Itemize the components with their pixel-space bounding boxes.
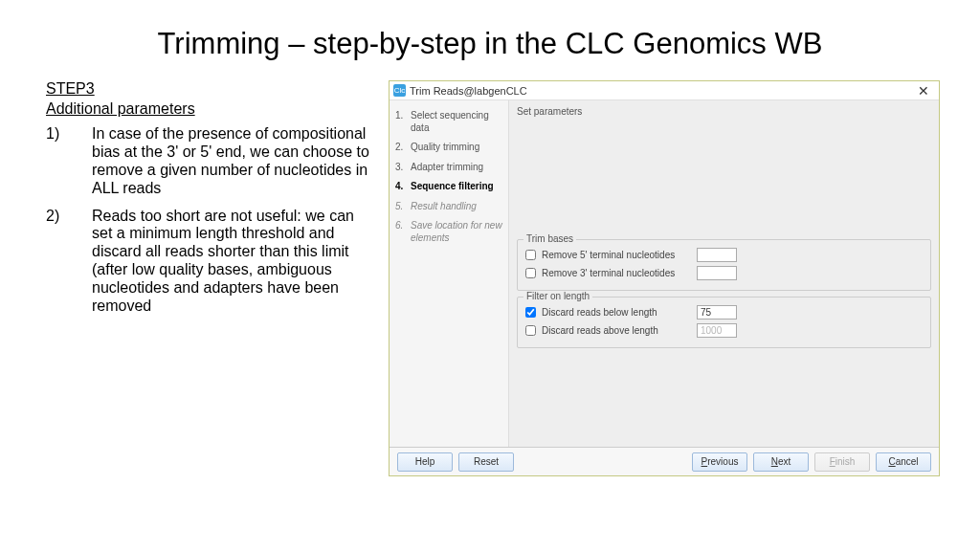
trim-bases-legend: Trim bases [523,233,576,244]
panel-header: Set parameters [509,100,939,122]
discard-below-row: Discard reads below length [525,303,923,321]
discard-below-checkbox[interactable] [525,307,536,318]
list-text: Reads too short are not useful: we can s… [92,208,371,316]
remove-5-checkbox[interactable] [525,250,536,260]
discard-above-checkbox[interactable] [525,325,536,336]
trim-bases-fieldset: Trim bases Remove 5' terminal nucleotide… [517,239,931,291]
next-button[interactable]: Next [753,452,809,472]
wizard-step-5[interactable]: 5.Result handling [395,197,502,217]
filter-length-fieldset: Filter on length Discard reads below len… [517,297,931,348]
remove-5-input[interactable] [697,248,737,262]
close-icon[interactable]: ✕ [912,84,935,98]
dialog-body: 1.Select sequencing data 2.Quality trimm… [390,100,939,447]
reset-button[interactable]: Reset [458,452,514,472]
wizard-steps: 1.Select sequencing data 2.Quality trimm… [390,100,509,447]
help-button[interactable]: Help [397,452,453,472]
list-text: In case of the presence of compositional… [92,125,371,198]
remove-5-label: Remove 5' terminal nucleotides [542,250,693,260]
discard-below-input[interactable] [697,305,737,320]
dialog-titlebar[interactable]: Clc Trim Reads@labgenCLC ✕ [390,81,939,100]
wizard-step-6[interactable]: 6.Save location for new elements [395,216,502,248]
list-item: 1) In case of the presence of compositio… [46,125,371,198]
content-row: STEP3 Additional parameters 1) In case o… [0,80,980,476]
remove-3-row: Remove 3' terminal nucleotides [525,264,923,282]
app-icon: Clc [393,84,406,97]
remove-3-checkbox[interactable] [525,268,536,278]
panel-spacer [509,122,939,233]
slide-title: Trimming – step-by-step in the CLC Genom… [0,0,980,80]
discard-above-input[interactable] [697,323,737,338]
instructions-column: STEP3 Additional parameters 1) In case o… [46,80,371,476]
dialog-title: Trim Reads@labgenCLC [410,85,912,97]
step-subtitle: Additional parameters [46,100,371,118]
remove-3-label: Remove 3' terminal nucleotides [542,268,693,278]
wizard-step-4[interactable]: 4.Sequence filtering [395,177,502,197]
list-item: 2) Reads too short are not useful: we ca… [46,208,371,316]
parameters-panel: Set parameters Trim bases Remove 5' term… [509,100,939,447]
wizard-step-3[interactable]: 3.Adapter trimming [395,158,502,178]
list-number: 2) [46,208,92,316]
instruction-list: 1) In case of the presence of compositio… [46,125,371,316]
finish-button: Finish [814,452,870,472]
filter-length-legend: Filter on length [523,291,592,301]
list-number: 1) [46,125,92,198]
remove-5-row: Remove 5' terminal nucleotides [525,246,923,264]
step-label: STEP3 [46,80,371,98]
dialog-buttons: Help Reset Previous Next Finish Cancel [390,447,939,475]
discard-below-label: Discard reads below length [542,307,693,318]
cancel-button[interactable]: Cancel [876,452,931,472]
trim-reads-dialog: Clc Trim Reads@labgenCLC ✕ 1.Select sequ… [389,80,940,476]
remove-3-input[interactable] [697,266,737,280]
discard-above-row: Discard reads above length [525,321,923,340]
wizard-step-2[interactable]: 2.Quality trimming [395,138,502,158]
previous-button[interactable]: Previous [692,452,747,472]
wizard-step-1[interactable]: 1.Select sequencing data [395,106,502,138]
discard-above-label: Discard reads above length [542,325,693,336]
